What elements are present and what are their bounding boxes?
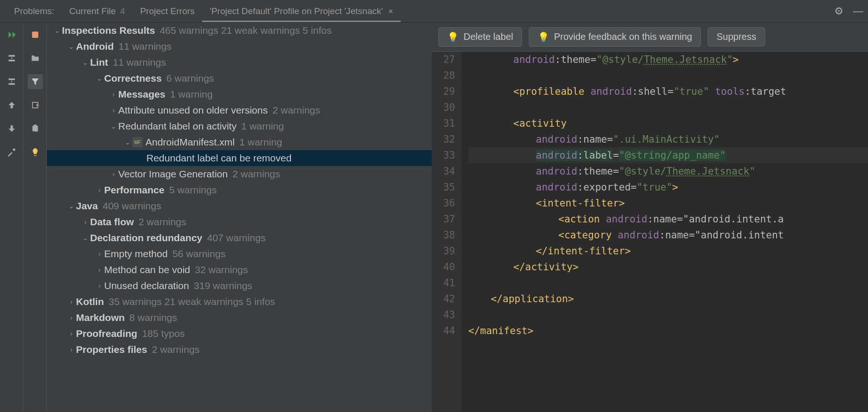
tree-node-meta: 11 warnings	[118, 41, 171, 52]
quickfix-action-bar: 💡 Delete label 💡 Provide feedback on thi…	[432, 23, 868, 52]
line-number: 44	[432, 323, 455, 339]
tree-row[interactable]: ›Performance5 warnings	[47, 182, 432, 198]
delete-label-button[interactable]: 💡 Delete label	[438, 27, 522, 47]
tree-row[interactable]: ⌄Android11 warnings	[47, 38, 432, 54]
tree-node-meta: 1 warning	[170, 89, 213, 100]
tree-row[interactable]: ⌄Lint11 warnings	[47, 54, 432, 70]
feedback-button[interactable]: 💡 Provide feedback on this warning	[529, 27, 701, 47]
editor[interactable]: 272829303132333435363738394041424344 and…	[432, 52, 868, 412]
line-number: 43	[432, 307, 455, 323]
tree-node-meta: 32 warnings	[195, 264, 248, 275]
tree-row[interactable]: ›Attribute unused on older versions2 war…	[47, 102, 432, 118]
expand-all-icon[interactable]	[4, 74, 19, 89]
chevron-down-icon[interactable]: ⌄	[67, 202, 76, 210]
tree-row[interactable]: ⌄Inspections Results465 warnings 21 weak…	[47, 23, 432, 38]
tree-row[interactable]: Redundant label can be removed	[47, 150, 432, 166]
tree-row[interactable]: ›Method can be void32 warnings	[47, 262, 432, 278]
tree-row[interactable]: ⌄Correctness6 warnings	[47, 70, 432, 86]
tree-node-meta: 2 warnings	[138, 216, 186, 228]
up-icon[interactable]	[4, 98, 19, 113]
minimize-icon[interactable]: —	[848, 5, 868, 17]
tab-project-errors[interactable]: Project Errors	[133, 6, 202, 16]
bulb-icon: 💡	[538, 31, 549, 43]
tree-row[interactable]: ›Markdown8 warnings	[47, 310, 432, 326]
tree-row[interactable]: ›Properties files2 warnings	[47, 342, 432, 358]
tree-row[interactable]: ›Vector Image Generation2 warnings	[47, 166, 432, 182]
chevron-right-icon[interactable]: ›	[67, 330, 76, 337]
chevron-down-icon[interactable]: ⌄	[95, 75, 104, 82]
tree-row[interactable]: ⌄Redundant label on activity1 warning	[47, 118, 432, 134]
chevron-right-icon[interactable]: ›	[95, 250, 104, 258]
chevron-right-icon[interactable]: ›	[109, 91, 118, 98]
export-icon[interactable]	[28, 98, 43, 113]
tree-node-label: Kotlin	[76, 296, 104, 307]
tree-node-meta: 2 warnings	[152, 344, 200, 355]
rerun-icon[interactable]	[4, 27, 19, 42]
down-icon[interactable]	[4, 121, 19, 136]
chevron-down-icon[interactable]: ⌄	[123, 138, 132, 146]
tree-node-label: Empty method	[104, 248, 168, 259]
close-icon[interactable]: ×	[388, 7, 393, 16]
tree-row[interactable]: ⌄Java409 warnings	[47, 198, 432, 214]
toolbar-column-2	[23, 23, 47, 412]
line-number: 35	[432, 179, 455, 195]
tree-node-meta: 409 warnings	[103, 200, 161, 212]
tree-node-label: Vector Image Generation	[118, 168, 228, 180]
chevron-right-icon[interactable]: ›	[67, 346, 76, 353]
code-preview-panel: 💡 Delete label 💡 Provide feedback on thi…	[432, 23, 868, 412]
tree-row[interactable]: ›Messages1 warning	[47, 86, 432, 102]
collapse-all-icon[interactable]	[4, 51, 19, 66]
manifest-file-icon: MF	[132, 137, 143, 147]
bulb-icon[interactable]	[28, 145, 43, 160]
chevron-down-icon[interactable]: ⌄	[67, 43, 76, 50]
tree-row[interactable]: ›Data flow2 warnings	[47, 214, 432, 230]
tree-row[interactable]: ⌄MFAndroidManifest.xml1 warning	[47, 134, 432, 150]
code-line: </intent-filter>	[468, 243, 868, 259]
tree-row[interactable]: ⌄Declaration redundancy407 warnings	[47, 230, 432, 246]
chevron-right-icon[interactable]: ›	[109, 107, 118, 114]
chevron-right-icon[interactable]: ›	[95, 282, 104, 290]
tree-row[interactable]: ›Kotlin35 warnings 21 weak warnings 5 in…	[47, 294, 432, 310]
tree-node-label: Lint	[90, 57, 108, 68]
line-number: 36	[432, 195, 455, 211]
open-icon[interactable]	[28, 121, 43, 136]
gear-icon[interactable]: ⚙	[830, 5, 848, 17]
tab-current-file[interactable]: Current File 4	[62, 6, 133, 16]
tree-row[interactable]: ›Unused declaration319 warnings	[47, 278, 432, 294]
tree-node-label: Properties files	[76, 344, 147, 355]
chevron-right-icon[interactable]: ›	[67, 314, 76, 321]
chevron-right-icon[interactable]: ›	[67, 298, 76, 305]
chevron-down-icon[interactable]: ⌄	[81, 59, 90, 66]
tree-node-meta: 56 warnings	[172, 248, 225, 259]
chevron-right-icon[interactable]: ›	[109, 170, 118, 178]
line-number: 41	[432, 275, 455, 291]
tab-label: Current File	[69, 6, 116, 16]
filter-icon[interactable]	[28, 74, 43, 89]
wrench-icon[interactable]	[4, 145, 19, 160]
toolbar-column-1	[0, 23, 23, 412]
tree-node-meta: 6 warnings	[167, 73, 214, 84]
tree-row[interactable]: ›Empty method56 warnings	[47, 246, 432, 262]
tree-row[interactable]: ›Proofreading185 typos	[47, 326, 432, 342]
code-line	[468, 99, 868, 115]
breakpoint-view-icon[interactable]	[28, 27, 43, 42]
code-line: android:name=".ui.MainActivity"	[468, 131, 868, 147]
code-line: android:exported="true">	[468, 179, 868, 195]
button-label: Delete label	[464, 31, 513, 42]
suppress-button[interactable]: Suppress	[708, 27, 765, 46]
chevron-down-icon[interactable]: ⌄	[109, 122, 118, 130]
tab-inspections-profile[interactable]: 'Project Default' Profile on Project 'Je…	[202, 0, 401, 22]
tree-node-label: Redundant label on activity	[118, 121, 236, 132]
tree-node-meta: 2 warnings	[232, 168, 280, 180]
tree-node-meta: 11 warnings	[113, 57, 166, 68]
tree-node-label: Data flow	[90, 216, 134, 228]
chevron-down-icon[interactable]: ⌄	[81, 234, 90, 242]
folder-icon[interactable]	[28, 51, 43, 66]
line-number: 39	[432, 243, 455, 259]
inspections-tree[interactable]: ⌄Inspections Results465 warnings 21 weak…	[47, 23, 432, 412]
code-area[interactable]: android:theme="@style/Theme.Jetsnack"><p…	[462, 52, 868, 412]
chevron-down-icon[interactable]: ⌄	[53, 27, 62, 34]
chevron-right-icon[interactable]: ›	[81, 218, 90, 226]
chevron-right-icon[interactable]: ›	[95, 266, 104, 274]
chevron-right-icon[interactable]: ›	[95, 186, 104, 194]
